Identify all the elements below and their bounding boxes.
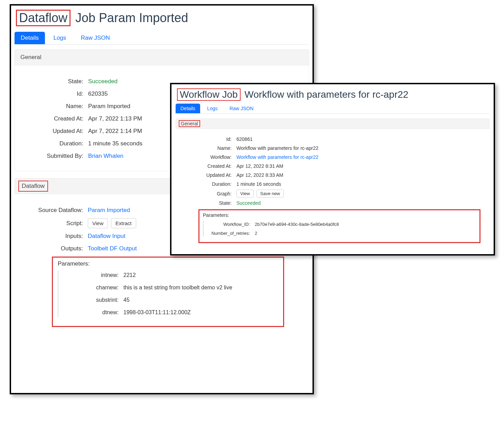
state-label: State:	[178, 200, 236, 206]
name-value: Workflow with parameters for rc-apr22	[236, 145, 318, 151]
save-new-graph-button[interactable]: Save new	[256, 190, 284, 198]
duration-label: Duration:	[178, 181, 236, 187]
param-substrint-value: 45	[123, 297, 130, 303]
submitted-by-value[interactable]: Brian Whalen	[88, 153, 123, 160]
source-dataflow-value[interactable]: Param Imported	[88, 207, 130, 214]
param-intnew-value: 2212	[123, 272, 136, 278]
submitted-by-label: Submitted By:	[19, 153, 88, 160]
param-retries-value: 2	[255, 231, 257, 236]
tab-details[interactable]: Details	[15, 32, 45, 44]
parameters-list: Workflow_ID: 2b70e7e9-a694-430c-8ade-5e8…	[203, 221, 476, 237]
script-buttons: View Extract	[88, 218, 138, 228]
page-title: Dataflow Job Param Imported	[16, 10, 309, 26]
general-section-header: General	[176, 118, 489, 129]
parameters-label: Parameters:	[58, 260, 278, 267]
dataflow-header-highlight: Dataflow	[18, 181, 48, 192]
outputs-label: Outputs:	[19, 245, 88, 252]
page-title: Workflow Job Workflow with parameters fo…	[177, 88, 489, 101]
workflow-label: Workflow:	[178, 154, 236, 160]
param-dtnew-value: 1998-03-03T11:11:12.000Z	[123, 309, 191, 316]
state-label: State:	[19, 78, 88, 85]
param-workflow-id-value: 2b70e7e9-a694-430c-8ade-5e80eb4a0fc8	[255, 222, 339, 227]
title-highlight: Dataflow	[16, 10, 71, 26]
tab-raw-json[interactable]: Raw JSON	[75, 32, 116, 44]
name-value: Param Imported	[88, 103, 130, 110]
duration-label: Duration:	[19, 140, 88, 147]
tab-raw-json[interactable]: Raw JSON	[225, 104, 258, 113]
graph-buttons: View Save new	[236, 190, 285, 198]
parameters-highlight-box: Parameters: Workflow_ID: 2b70e7e9-a694-4…	[198, 209, 480, 243]
graph-label: Graph:	[178, 191, 236, 196]
title-highlight: Workflow Job	[177, 88, 241, 101]
parameters-list: intnew: 2212 charnew: this is a test str…	[58, 271, 278, 317]
id-label: Id:	[178, 136, 236, 142]
param-charnew-label: charnew:	[61, 285, 123, 291]
created-label: Created At:	[178, 163, 236, 169]
general-section: Id: 620861 Name: Workflow with parameter…	[176, 129, 489, 247]
param-charnew-value: this is a test string from toolbelt demo…	[123, 285, 232, 291]
inputs-label: Inputs:	[19, 233, 88, 240]
name-label: Name:	[178, 145, 236, 151]
created-value: Apr 7, 2022 1:13 PM	[88, 115, 142, 122]
tab-logs[interactable]: Logs	[47, 32, 72, 44]
script-label: Script:	[19, 220, 88, 227]
title-rest: Workflow with parameters for rc-apr22	[242, 89, 409, 100]
workflow-job-panel: Workflow Job Workflow with parameters fo…	[170, 83, 495, 256]
updated-value: Apr 12, 2022 8:33 AM	[236, 172, 283, 178]
updated-label: Updated At:	[178, 172, 236, 178]
general-header-highlight: General	[179, 120, 200, 127]
inputs-value[interactable]: Dataflow Input	[88, 233, 125, 240]
duration-value: 1 minute 35 seconds	[88, 140, 142, 147]
duration-value: 1 minute 16 seconds	[236, 181, 281, 187]
name-label: Name:	[19, 103, 88, 110]
param-retries-label: Number_of_retries:	[206, 231, 255, 236]
parameters-label: Parameters:	[203, 212, 476, 218]
created-value: Apr 12, 2022 8:31 AM	[236, 163, 283, 169]
id-value: 620861	[236, 136, 253, 142]
source-dataflow-label: Source Dataflow:	[19, 207, 88, 214]
tabs: Details Logs Raw JSON	[176, 104, 489, 114]
state-value: Succeeded	[236, 200, 261, 206]
view-script-button[interactable]: View	[88, 218, 108, 228]
parameters-highlight-box: Parameters: intnew: 2212 charnew: this i…	[52, 257, 284, 327]
param-substrint-label: substrint:	[61, 297, 123, 303]
state-value: Succeeded	[88, 78, 118, 85]
view-graph-button[interactable]: View	[236, 190, 254, 198]
created-label: Created At:	[19, 115, 88, 122]
tab-details[interactable]: Details	[176, 104, 200, 113]
tab-logs[interactable]: Logs	[202, 104, 222, 113]
outputs-value[interactable]: Toolbelt DF Output	[88, 245, 137, 252]
extract-script-button[interactable]: Extract	[111, 218, 136, 228]
updated-label: Updated At:	[19, 128, 88, 135]
param-dtnew-label: dtnew:	[61, 309, 123, 316]
general-section-header: General	[15, 49, 309, 65]
param-intnew-label: intnew:	[61, 272, 123, 278]
id-label: Id:	[19, 90, 88, 97]
title-rest: Job Param Imported	[72, 11, 188, 25]
param-workflow-id-label: Workflow_ID:	[206, 222, 255, 227]
updated-value: Apr 7, 2022 1:14 PM	[88, 128, 142, 135]
workflow-value[interactable]: Workflow with parameters for rc-apr22	[236, 154, 318, 160]
tabs: Details Logs Raw JSON	[15, 32, 309, 45]
id-value: 620335	[88, 90, 108, 97]
